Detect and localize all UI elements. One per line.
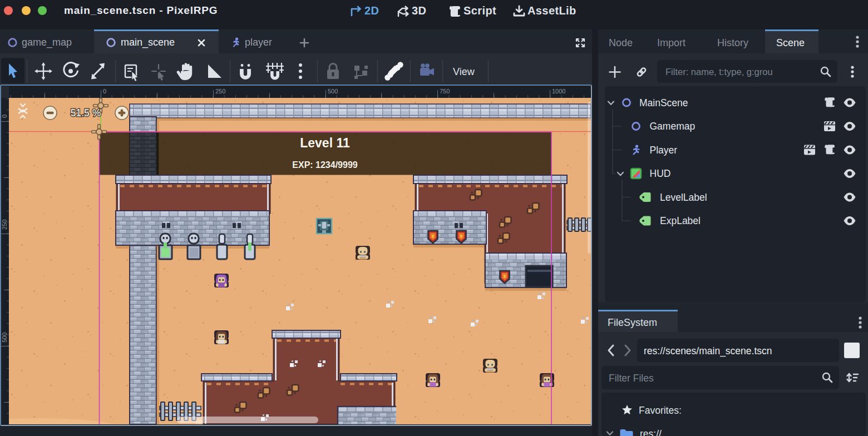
svg-text:HUD: HUD (650, 168, 671, 179)
svg-text:500: 500 (328, 88, 338, 95)
svg-text:750: 750 (440, 88, 450, 95)
svg-text:res://: res:// (640, 428, 662, 436)
svg-text:Level 11: Level 11 (300, 136, 350, 150)
svg-text:0: 0 (1, 115, 8, 118)
svg-text:Favorites:: Favorites: (639, 405, 682, 416)
svg-text:51.5 %: 51.5 % (71, 107, 101, 118)
svg-text:LevelLabel: LevelLabel (660, 192, 707, 203)
svg-text:Scene: Scene (776, 37, 805, 48)
svg-text:Filter: name, t:type, g:grou: Filter: name, t:type, g:grou (665, 67, 773, 77)
svg-text:res://scenes/main_scene.tscn: res://scenes/main_scene.tscn (644, 345, 772, 357)
svg-text:500: 500 (1, 333, 8, 343)
svg-text:Import: Import (657, 37, 685, 48)
svg-text:Gamemap: Gamemap (650, 121, 696, 132)
svg-text:250: 250 (215, 88, 225, 95)
svg-text:History: History (717, 37, 748, 48)
svg-text:Node: Node (609, 37, 633, 48)
svg-text:MainScene: MainScene (639, 97, 688, 108)
svg-text:EXP: 1234/9999: EXP: 1234/9999 (292, 160, 358, 170)
svg-text:250: 250 (1, 220, 8, 230)
svg-text:1000: 1000 (552, 88, 565, 95)
svg-text:View: View (453, 66, 475, 77)
svg-text:Player: Player (650, 145, 678, 156)
svg-text:ExpLabel: ExpLabel (660, 215, 701, 226)
svg-text:0: 0 (103, 88, 106, 95)
svg-text:Filter Files: Filter Files (609, 373, 654, 384)
svg-text:FileSystem: FileSystem (608, 317, 657, 328)
